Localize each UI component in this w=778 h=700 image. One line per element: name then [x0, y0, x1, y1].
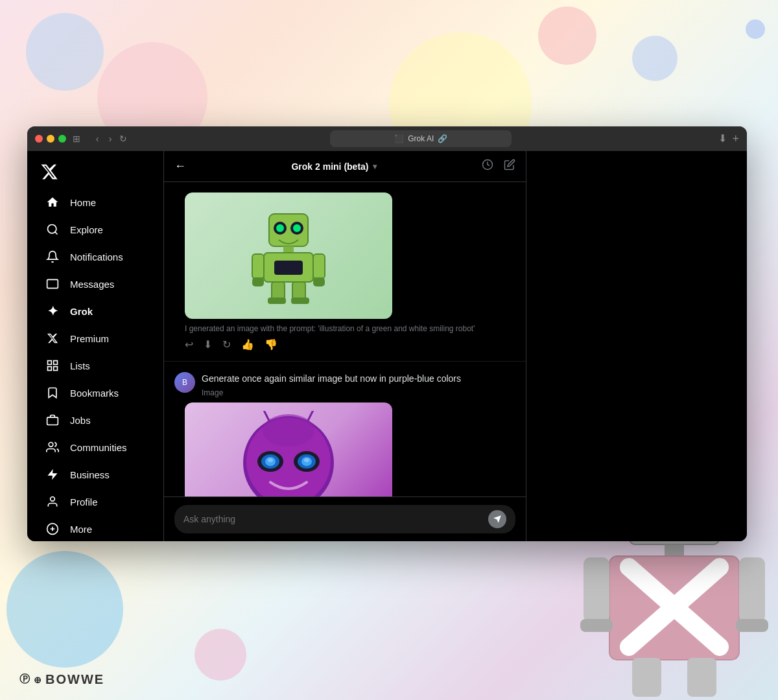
- more-icon: [45, 522, 60, 536]
- svg-rect-6: [47, 417, 58, 425]
- sidebar-toggle-button[interactable]: ⊞: [71, 134, 82, 144]
- tab-title: Grok AI: [408, 134, 434, 143]
- svg-point-44: [304, 458, 309, 462]
- sidebar-item-lists[interactable]: Lists: [32, 352, 158, 379]
- svg-rect-19: [283, 246, 294, 253]
- sidebar-item-notifications[interactable]: Notifications: [32, 243, 158, 270]
- grok-icon: ✦: [45, 304, 60, 318]
- new-tab-icon[interactable]: +: [732, 132, 739, 146]
- thumbs-down-action[interactable]: 👎: [265, 338, 277, 351]
- browser-window: ⊞ ‹ › ↻ ⬛ Grok AI 🔗 ⬇ +: [27, 126, 747, 541]
- green-robot-caption: I generated an image with the prompt: 'i…: [185, 324, 505, 333]
- bg-circle-4: [632, 36, 678, 81]
- address-bar-wrap: ⬛ Grok AI 🔗: [134, 130, 708, 147]
- svg-rect-68: [687, 658, 716, 697]
- premium-icon: [45, 331, 60, 345]
- sidebar-item-communities[interactable]: Communities: [32, 434, 158, 461]
- link-icon: 🔗: [438, 134, 447, 143]
- svg-rect-64: [739, 557, 765, 622]
- purple-robot-svg: [237, 411, 340, 497]
- close-button[interactable]: [35, 135, 43, 143]
- send-icon: [493, 515, 502, 524]
- communities-icon: [45, 440, 60, 454]
- compose-icon[interactable]: [504, 159, 515, 174]
- action-bar-green: ↩ ⬇ ↻ 👍 👎: [185, 338, 505, 351]
- x-logo-svg: [40, 163, 58, 181]
- svg-rect-3: [54, 361, 58, 365]
- sidebar: Home Explore Notifications: [27, 151, 163, 541]
- svg-rect-26: [272, 282, 285, 300]
- grok-title: Grok 2 mini (beta) ▾: [291, 161, 376, 172]
- svg-rect-23: [313, 254, 325, 279]
- message-green-robot: I generated an image with the prompt: 'i…: [164, 182, 526, 362]
- right-panel: [526, 151, 747, 541]
- business-icon: [45, 467, 60, 482]
- bg-circle-6: [6, 551, 123, 668]
- explore-icon: [45, 222, 60, 237]
- chevron-down-icon[interactable]: ▾: [373, 162, 377, 171]
- sidebar-item-more[interactable]: More: [32, 515, 158, 541]
- notifications-icon: [45, 250, 60, 264]
- sidebar-item-jobs[interactable]: Jobs: [32, 406, 158, 434]
- home-label: Home: [70, 197, 96, 208]
- download-icon[interactable]: ⬇: [718, 132, 727, 146]
- app-content: Home Explore Notifications: [27, 151, 747, 541]
- premium-label: Premium: [70, 333, 109, 344]
- communities-label: Communities: [70, 442, 127, 453]
- svg-rect-63: [584, 557, 609, 622]
- lock-icon: ⬛: [394, 134, 404, 143]
- sidebar-item-profile[interactable]: Profile: [32, 488, 158, 515]
- thumbs-up-action[interactable]: 👍: [241, 338, 254, 351]
- reload-button[interactable]: ↻: [118, 134, 128, 144]
- forward-nav-button[interactable]: ›: [105, 134, 115, 144]
- profile-icon: [45, 495, 60, 509]
- messages-label: Messages: [70, 279, 114, 290]
- x-logo[interactable]: [27, 156, 163, 189]
- svg-rect-25: [313, 277, 325, 286]
- send-button[interactable]: [488, 510, 506, 528]
- like-action[interactable]: ↩: [185, 338, 193, 351]
- sidebar-item-home[interactable]: Home: [32, 189, 158, 216]
- user-message-row: B Generate once again similar image but …: [174, 372, 515, 397]
- lists-label: Lists: [70, 360, 90, 371]
- svg-rect-4: [54, 367, 58, 371]
- sidebar-item-business[interactable]: Business: [32, 461, 158, 488]
- svg-point-18: [293, 224, 301, 232]
- traffic-lights: [35, 135, 66, 143]
- grok-label: Grok: [70, 306, 93, 317]
- business-label: Business: [70, 469, 110, 480]
- address-bar[interactable]: ⬛ Grok AI 🔗: [330, 130, 512, 147]
- sidebar-item-messages[interactable]: Messages: [32, 270, 158, 298]
- svg-rect-65: [580, 619, 613, 632]
- sidebar-item-grok[interactable]: ✦ Grok: [32, 298, 158, 325]
- lists-icon: [45, 358, 60, 373]
- svg-point-32: [263, 414, 314, 447]
- svg-point-9: [51, 497, 55, 502]
- back-button[interactable]: ←: [174, 159, 186, 173]
- minimize-button[interactable]: [47, 135, 54, 143]
- svg-rect-22: [252, 254, 264, 279]
- profile-label: Profile: [70, 496, 98, 508]
- generated-image-purple: [185, 402, 392, 496]
- back-nav-button[interactable]: ‹: [92, 134, 102, 144]
- main-panel: ← Grok 2 mini (beta) ▾: [163, 151, 526, 541]
- explore-label: Explore: [70, 224, 103, 235]
- image-label: Image: [202, 388, 461, 397]
- ask-anything-input[interactable]: [183, 514, 488, 524]
- history-icon[interactable]: [482, 159, 493, 174]
- message-user-purple-request: B Generate once again similar image but …: [164, 362, 526, 496]
- jobs-icon: [45, 413, 60, 427]
- svg-point-17: [276, 224, 284, 232]
- sidebar-item-premium[interactable]: Premium: [32, 325, 158, 352]
- more-label: More: [70, 524, 92, 535]
- grok-model-name: Grok 2 mini (beta): [291, 161, 368, 172]
- watermark-text: BOWWE: [45, 672, 104, 687]
- maximize-button[interactable]: [58, 135, 66, 143]
- svg-rect-24: [252, 277, 264, 286]
- refresh-action[interactable]: ↻: [222, 338, 231, 351]
- chat-area: I generated an image with the prompt: 'i…: [164, 182, 526, 496]
- download-action[interactable]: ⬇: [204, 338, 212, 351]
- green-robot-svg: [250, 207, 327, 305]
- sidebar-item-bookmarks[interactable]: Bookmarks: [32, 379, 158, 406]
- sidebar-item-explore[interactable]: Explore: [32, 216, 158, 243]
